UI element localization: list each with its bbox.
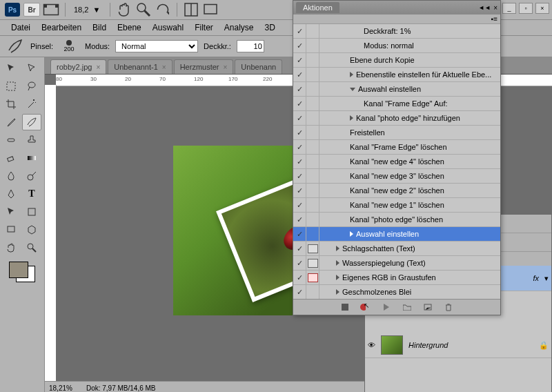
- action-dialog-toggle[interactable]: [306, 140, 319, 154]
- actions-tab[interactable]: Aktionen: [296, 2, 339, 13]
- 3d-tool[interactable]: [22, 222, 41, 238]
- action-row[interactable]: ✓Ebenenstile einstellen für Aktuelle Ebe…: [293, 68, 500, 82]
- color-swatches[interactable]: [9, 262, 35, 282]
- action-dialog-toggle[interactable]: [306, 256, 319, 270]
- action-dialog-toggle[interactable]: [306, 126, 319, 139]
- action-row[interactable]: ✓Auswahl einstellen: [293, 227, 500, 242]
- action-dialog-toggle[interactable]: [306, 184, 319, 197]
- action-dialog-toggle[interactable]: [306, 53, 319, 67]
- dodge-tool[interactable]: [22, 168, 41, 184]
- pen-tool[interactable]: [1, 186, 21, 202]
- action-enable-check[interactable]: ✓: [293, 126, 306, 139]
- film-strip-icon[interactable]: [42, 1, 60, 18]
- selection-arrow-tool[interactable]: [22, 60, 41, 77]
- action-enable-check[interactable]: ✓: [293, 111, 306, 125]
- action-dialog-toggle[interactable]: [306, 24, 319, 38]
- zoom-tool[interactable]: [22, 239, 41, 256]
- menu-filter[interactable]: Filter: [189, 23, 219, 32]
- hand-tool[interactable]: [1, 239, 21, 256]
- path-select-tool[interactable]: [1, 204, 21, 220]
- action-row[interactable]: ✓Freistellen: [293, 126, 500, 140]
- blend-mode-select[interactable]: Normal: [115, 40, 198, 52]
- action-enable-check[interactable]: ✓: [293, 213, 306, 226]
- lasso-tool[interactable]: [22, 78, 41, 95]
- close-window-icon[interactable]: ×: [535, 3, 549, 14]
- action-enable-check[interactable]: ✓: [293, 227, 306, 241]
- chevron-right-icon[interactable]: [350, 231, 353, 237]
- panel-close-icon[interactable]: ×: [493, 4, 497, 12]
- brush-preset-icon[interactable]: [6, 38, 24, 55]
- zoom-level[interactable]: 18,2: [74, 6, 88, 14]
- action-row[interactable]: ✓Kanal "Frame Edge" löschen: [293, 140, 500, 155]
- action-enable-check[interactable]: ✓: [293, 184, 306, 197]
- menu-auswahl[interactable]: Auswahl: [147, 23, 189, 32]
- action-dialog-toggle[interactable]: [306, 82, 319, 96]
- opacity-input[interactable]: [237, 40, 264, 52]
- notes-tool[interactable]: [1, 222, 21, 238]
- move-tool[interactable]: [1, 60, 21, 77]
- action-row[interactable]: ✓Wasserspiegelung (Text): [293, 256, 500, 271]
- action-enable-check[interactable]: ✓: [293, 82, 306, 96]
- action-enable-check[interactable]: ✓: [293, 198, 306, 212]
- action-row[interactable]: ✓Schlagschatten (Text): [293, 242, 500, 256]
- eraser-tool[interactable]: [1, 150, 21, 166]
- play-button[interactable]: [381, 302, 392, 312]
- action-row[interactable]: ✓Eigenes RGB in Graustufen: [293, 271, 500, 285]
- action-dialog-toggle[interactable]: [306, 198, 319, 212]
- chevron-right-icon[interactable]: [336, 289, 339, 295]
- menu-3d[interactable]: 3D: [259, 23, 281, 32]
- eyedropper-tool[interactable]: [1, 114, 21, 130]
- action-row[interactable]: ✓Kanal "new edge 4" löschen: [293, 155, 500, 169]
- trash-button[interactable]: [443, 302, 454, 312]
- menu-datei[interactable]: Datei: [6, 23, 36, 32]
- action-row[interactable]: ✓Kanal "Frame Edge" Auf:: [293, 97, 500, 111]
- chevron-right-icon[interactable]: [350, 115, 353, 121]
- panel-collapse-icon[interactable]: ◄◄: [478, 4, 491, 12]
- close-icon[interactable]: ×: [162, 63, 166, 71]
- stamp-tool[interactable]: [22, 132, 41, 148]
- action-row[interactable]: ✓Kanal "photo edge" löschen: [293, 213, 500, 227]
- tab-unbenannt2[interactable]: Unbenann: [235, 59, 282, 74]
- action-dialog-toggle[interactable]: [306, 271, 319, 284]
- rotate-view-icon[interactable]: [154, 1, 172, 18]
- gradient-tool[interactable]: [22, 150, 41, 166]
- status-zoom[interactable]: 18,21%: [49, 384, 72, 392]
- zoom-dropdown-icon[interactable]: ▼: [92, 6, 100, 14]
- chevron-right-icon[interactable]: [336, 260, 339, 266]
- screen-mode-icon[interactable]: [201, 1, 219, 18]
- new-set-button[interactable]: [402, 302, 413, 312]
- action-row[interactable]: ✓Kanal "new edge 1" löschen: [293, 198, 500, 213]
- action-enable-check[interactable]: ✓: [293, 24, 306, 38]
- action-dialog-toggle[interactable]: [306, 242, 319, 255]
- chevron-down-icon[interactable]: ▾: [544, 274, 549, 283]
- blur-tool[interactable]: [1, 168, 21, 184]
- action-row[interactable]: ✓Kanal "new edge 3" löschen: [293, 169, 500, 184]
- action-row[interactable]: ✓Kanal "new edge 2" löschen: [293, 184, 500, 198]
- menu-bearbeiten[interactable]: Bearbeiten: [36, 23, 87, 32]
- visibility-icon[interactable]: 👁: [368, 341, 375, 349]
- action-enable-check[interactable]: ✓: [293, 53, 306, 67]
- close-icon[interactable]: ×: [96, 63, 100, 71]
- foreground-color[interactable]: [9, 262, 28, 278]
- action-dialog-toggle[interactable]: [306, 111, 319, 125]
- action-row[interactable]: ✓Auswahl einstellen: [293, 82, 500, 97]
- action-enable-check[interactable]: ✓: [293, 169, 306, 183]
- action-row[interactable]: ✓Modus: normal: [293, 39, 500, 53]
- restore-icon[interactable]: ▫: [519, 3, 533, 14]
- chevron-right-icon[interactable]: [336, 275, 339, 280]
- stop-button[interactable]: [339, 302, 351, 312]
- chevron-down-icon[interactable]: [350, 88, 355, 91]
- action-row[interactable]: ✓Ebene durch Kopie: [293, 53, 500, 68]
- record-button[interactable]: ↖: [360, 302, 371, 312]
- healing-tool[interactable]: [1, 132, 21, 148]
- action-dialog-toggle[interactable]: [306, 169, 319, 183]
- shape-tool[interactable]: [22, 204, 41, 220]
- tab-robby2[interactable]: robby2.jpg×: [50, 59, 106, 74]
- action-enable-check[interactable]: ✓: [293, 140, 306, 154]
- action-dialog-toggle[interactable]: [306, 39, 319, 52]
- action-row[interactable]: ✓Kanal "photo edge" hinzufügen: [293, 111, 500, 126]
- action-enable-check[interactable]: ✓: [293, 271, 306, 284]
- panel-menu-icon[interactable]: ▪≡: [491, 15, 497, 23]
- brush-size-value[interactable]: 200: [64, 46, 75, 52]
- action-enable-check[interactable]: ✓: [293, 285, 306, 299]
